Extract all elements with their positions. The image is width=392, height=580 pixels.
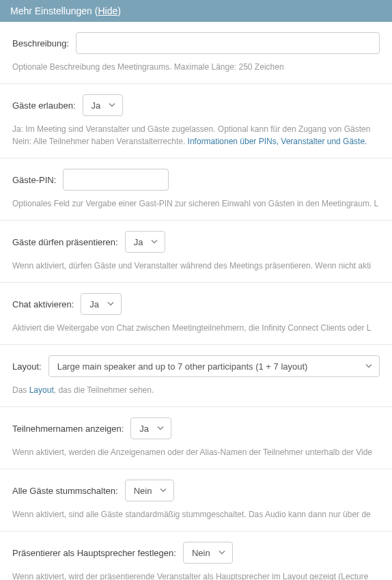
show-names-select[interactable]: Ja [130,417,171,439]
allow-guests-help1: Ja: Im Meeting sind Veranstalter und Gäs… [12,123,380,135]
guests-present-value: Ja [134,237,143,247]
chevron-down-icon [157,424,164,434]
description-help: Optionale Beschreibung des Meetingraums.… [12,61,380,73]
presenter-main-value: Nein [192,548,210,558]
chat-select[interactable]: Ja [81,293,122,315]
field-guests-present: Gäste dürfen präsentieren: Ja Wenn aktiv… [0,221,392,283]
settings-header: Mehr Einstellungen (Hide) [0,0,392,22]
chat-label: Chat aktivieren: [12,299,74,309]
mute-guests-value: Nein [134,486,152,496]
field-mute-guests: Alle Gäste stummschalten: Nein Wenn akti… [0,469,392,531]
presenter-main-select[interactable]: Nein [183,542,233,564]
hide-link[interactable]: Hide [98,5,117,16]
layout-label: Layout: [12,361,42,372]
field-allow-guests: Gäste erlauben: Ja Ja: Im Meeting sind V… [0,84,392,158]
presenter-main-label: Präsentierer als Hauptsprecher festlegen… [12,548,176,558]
description-label: Beschreibung: [12,38,69,49]
chat-help: Aktiviert die Weitergabe von Chat zwisch… [12,322,380,334]
chevron-down-icon [160,486,167,496]
chevron-down-icon [109,100,115,111]
layout-link[interactable]: Layout [29,385,54,395]
header-title-prefix: Mehr Einstellungen ( [10,5,98,16]
guest-pin-help: Optionales Feld zur Vergabe einer Gast-P… [12,197,380,210]
field-layout: Layout: Large main speaker and up to 7 o… [0,345,392,407]
mute-guests-label: Alle Gäste stummschalten: [12,486,118,496]
mute-guests-select[interactable]: Nein [125,480,175,501]
chevron-down-icon [107,299,114,309]
guests-present-help: Wenn aktiviert, dürfen Gäste und Veranst… [12,260,380,272]
show-names-value: Ja [139,424,149,434]
allow-guests-value: Ja [92,100,101,111]
field-description: Beschreibung: Optionale Beschreibung des… [0,22,392,84]
mute-guests-help: Wenn aktiviert, sind alle Gäste standard… [12,508,380,521]
description-input[interactable] [76,32,380,54]
layout-select[interactable]: Large main speaker and up to 7 other par… [48,355,380,377]
allow-guests-help2: Nein: Alle Teilnehmer haben Veranstalter… [12,135,380,148]
layout-value: Large main speaker and up to 7 other par… [57,361,308,372]
pins-info-link[interactable]: Informationen über PINs, Veranstalter un… [188,137,367,146]
chat-value: Ja [89,299,99,309]
guest-pin-label: Gäste-PIN: [12,175,56,185]
header-title-suffix: ) [117,5,121,16]
allow-guests-label: Gäste erlauben: [12,100,76,111]
presenter-main-help: Wenn aktiviert, wird der präsentierende … [12,570,380,580]
allow-guests-select[interactable]: Ja [83,94,124,116]
guests-present-label: Gäste dürfen präsentieren: [12,237,118,247]
layout-help: Das Layout, das die Teilnehmer sehen. [12,384,380,396]
show-names-help: Wenn aktiviert, werden die Anzeigenamen … [12,446,380,458]
guests-present-select[interactable]: Ja [125,231,166,253]
chevron-down-icon [151,237,158,247]
show-names-label: Teilnehmernamen anzeigen: [12,424,124,434]
guest-pin-input[interactable] [63,169,169,191]
field-guest-pin: Gäste-PIN: Optionales Feld zur Vergabe e… [0,158,392,221]
chevron-down-icon [365,361,372,372]
field-chat: Chat aktivieren: Ja Aktiviert die Weiter… [0,283,392,345]
chevron-down-icon [219,548,225,558]
field-presenter-main: Präsentierer als Hauptsprecher festlegen… [0,531,392,580]
field-show-names: Teilnehmernamen anzeigen: Ja Wenn aktivi… [0,407,392,469]
